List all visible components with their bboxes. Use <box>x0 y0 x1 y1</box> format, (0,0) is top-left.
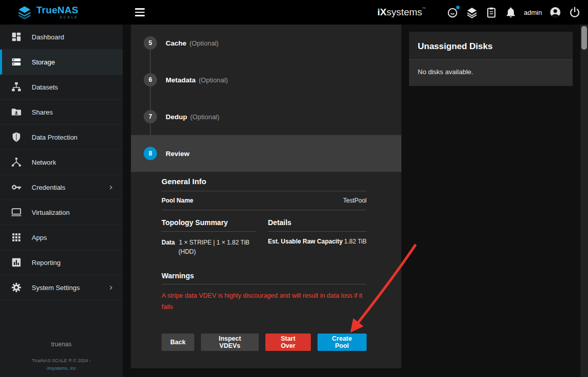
pool-name-row: Pool Name TestPool <box>162 191 367 210</box>
key-icon <box>11 182 22 193</box>
pool-name-value: TestPool <box>343 197 367 204</box>
topbar-right: iXsystems™ <box>377 6 588 18</box>
truenas-logo-icon <box>17 5 32 19</box>
sidebar-item-label: Dashboard <box>32 33 64 41</box>
step-optional-suffix: (Optional) <box>199 76 228 84</box>
ix-logo-tm: ™ <box>422 7 426 10</box>
sidebar-item-label: Credentials <box>32 184 65 191</box>
step-label: Dedup(Optional) <box>166 113 219 121</box>
stripe-warning-text: A stripe data VDEV is highly discouraged… <box>162 291 366 313</box>
step-number-badge: 6 <box>144 73 157 86</box>
scrollbar[interactable] <box>580 25 588 377</box>
sidebar-item-reporting[interactable]: Reporting <box>0 250 123 275</box>
brand-sub: SCALE <box>36 16 78 19</box>
network-icon <box>11 157 22 168</box>
sidebar-item-label: Apps <box>32 234 47 241</box>
step-label: Review <box>166 150 190 158</box>
pool-creation-wizard-panel: 5 Cache(Optional) 6 Metadata(Optional) 7… <box>131 25 401 368</box>
step-number-badge: 7 <box>144 110 157 123</box>
shield-icon <box>11 131 22 143</box>
alerts-bell-icon[interactable] <box>505 6 517 18</box>
power-icon[interactable] <box>569 6 581 18</box>
sidebar-item-system-settings[interactable]: System Settings <box>0 275 123 300</box>
sidebar-item-credentials[interactable]: Credentials <box>0 175 123 200</box>
stepper-connector <box>150 50 151 73</box>
create-pool-button[interactable]: Create Pool <box>318 334 367 351</box>
warnings-block: Warnings A stripe data VDEV is highly di… <box>162 272 367 313</box>
details-column: Details Est. Usable Raw Capacity 1.82 Ti… <box>268 218 367 256</box>
menu-toggle-icon[interactable] <box>135 8 145 16</box>
directory-services-icon[interactable] <box>466 6 478 18</box>
sidebar-item-label: Storage <box>32 58 55 66</box>
wizard-step-metadata[interactable]: 6 Metadata(Optional) <box>131 61 401 98</box>
ixsystems-logo: iXsystems™ <box>377 7 426 18</box>
hostname-label: truenas <box>0 341 123 348</box>
computer-icon <box>11 207 22 218</box>
datasets-icon <box>11 81 22 93</box>
user-avatar-icon[interactable] <box>549 6 561 18</box>
sidebar-item-dashboard[interactable]: Dashboard <box>0 25 123 50</box>
sidebar-nav: Dashboard Storage Datasets Shares <box>0 25 123 377</box>
scrollbar-thumb[interactable] <box>581 26 587 50</box>
general-info-title: General Info <box>162 177 367 186</box>
sidebar-item-data-protection[interactable]: Data Protection <box>0 125 123 150</box>
step-label: Cache(Optional) <box>166 39 219 47</box>
sidebar-item-storage[interactable]: Storage <box>0 50 123 75</box>
sidebar-item-label: System Settings <box>32 284 80 292</box>
data-vdev-label: Data <box>162 239 175 246</box>
ix-logo-suffix: systems <box>387 7 422 17</box>
truecommand-status-icon[interactable] <box>446 6 459 18</box>
copyright-label: TrueNAS SCALE ® © 2024 - <box>0 358 123 363</box>
review-columns: Topology Summary Data1 × STRIPE | 1 × 1.… <box>162 218 367 256</box>
step-optional-suffix: (Optional) <box>190 39 219 47</box>
sidebar-item-apps[interactable]: Apps <box>0 225 123 250</box>
step-number-badge: 8 <box>144 147 157 160</box>
gear-icon <box>11 282 22 293</box>
sidebar-item-shares[interactable]: Shares <box>0 100 123 125</box>
review-section: General Info Pool Name TestPool Topology… <box>131 172 401 363</box>
capacity-row: Est. Usable Raw Capacity 1.82 TiB <box>268 238 367 245</box>
wizard-step-dedup[interactable]: 7 Dedup(Optional) <box>131 98 401 135</box>
shares-folder-icon <box>11 106 22 118</box>
start-over-button[interactable]: Start Over <box>265 334 310 351</box>
apps-grid-icon <box>11 232 22 243</box>
wizard-steps: 5 Cache(Optional) 6 Metadata(Optional) 7… <box>131 25 401 172</box>
no-disks-message: No disks available. <box>409 60 573 86</box>
wizard-step-review[interactable]: 8 Review <box>131 135 401 172</box>
chevron-right-icon <box>108 285 114 291</box>
stepper-connector <box>150 86 151 110</box>
unassigned-disks-title: Unassigned Disks <box>409 32 573 60</box>
sidebar-item-network[interactable]: Network <box>0 150 123 175</box>
data-vdev-line: Data1 × STRIPE | 1 × 1.82 TiB <box>162 238 257 247</box>
capacity-value: 1.82 TiB <box>344 238 367 245</box>
chevron-right-icon <box>108 185 114 190</box>
wizard-buttons-row: Back Inspect VDEVs Start Over Create Poo… <box>162 334 367 363</box>
sidebar-footer: truenas TrueNAS SCALE ® © 2024 - iXsyste… <box>0 341 123 371</box>
topology-summary-title: Topology Summary <box>162 218 257 227</box>
pool-name-label: Pool Name <box>162 197 193 204</box>
warnings-title: Warnings <box>162 272 367 280</box>
divider <box>162 210 367 210</box>
brand-name: TrueNAS <box>36 5 78 15</box>
sidebar-item-datasets[interactable]: Datasets <box>0 75 123 100</box>
capacity-label: Est. Usable Raw Capacity <box>268 238 343 245</box>
truenas-logo[interactable]: TrueNAS SCALE <box>0 5 123 19</box>
sidebar-item-virtualization[interactable]: Virtualization <box>0 200 123 225</box>
jobs-icon[interactable] <box>485 6 497 18</box>
status-badge <box>456 5 460 10</box>
admin-user-label[interactable]: admin <box>524 9 542 16</box>
step-optional-suffix: (Optional) <box>190 113 219 121</box>
truenas-logo-text: TrueNAS SCALE <box>36 5 78 19</box>
company-link[interactable]: iXsystems, Inc <box>0 366 123 371</box>
divider <box>162 284 367 284</box>
data-vdev-value: 1 × STRIPE | 1 × 1.82 TiB <box>179 239 250 246</box>
sidebar-item-label: Virtualization <box>32 209 70 216</box>
inspect-vdevs-button[interactable]: Inspect VDEVs <box>201 334 259 351</box>
topology-summary-column: Topology Summary Data1 × STRIPE | 1 × 1.… <box>162 218 268 256</box>
sidebar-item-label: Data Protection <box>32 134 78 141</box>
wizard-step-cache[interactable]: 5 Cache(Optional) <box>131 25 401 61</box>
data-vdev-disk-type: (HDD) <box>178 247 257 256</box>
storage-icon <box>11 56 22 68</box>
back-button[interactable]: Back <box>162 334 194 351</box>
sidebar-item-label: Datasets <box>32 83 58 91</box>
